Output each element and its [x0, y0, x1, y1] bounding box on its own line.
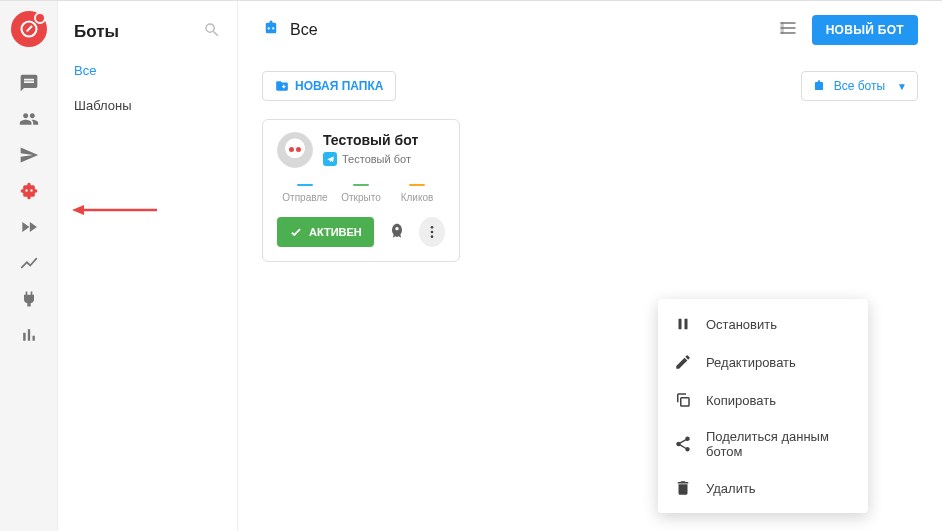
stat-opened: Открыто	[333, 184, 389, 203]
sidebar-item-templates[interactable]: Шаблоны	[58, 88, 237, 123]
svg-point-5	[431, 235, 434, 238]
nav-bot-icon[interactable]	[0, 173, 58, 209]
sidebar: Боты Все Шаблоны	[58, 1, 238, 531]
menu-item-edit[interactable]: Редактировать	[658, 343, 868, 381]
robot-icon	[262, 19, 280, 41]
nav-fastforward-icon[interactable]	[0, 209, 58, 245]
nav-send-icon[interactable]	[0, 137, 58, 173]
menu-item-delete[interactable]: Удалить	[658, 469, 868, 507]
svg-rect-6	[681, 398, 689, 406]
svg-point-4	[431, 231, 434, 234]
bot-avatar	[277, 132, 313, 168]
nav-messages-icon[interactable]	[0, 65, 58, 101]
telegram-icon	[323, 152, 337, 166]
rocket-button[interactable]	[384, 217, 410, 247]
nav-plugin-icon[interactable]	[0, 281, 58, 317]
bot-card[interactable]: Тестовый бот Тестовый бот Отправле Откры…	[262, 119, 460, 262]
filter-dropdown[interactable]: Все боты ▼	[801, 71, 918, 101]
svg-point-3	[431, 226, 434, 229]
sidebar-title: Боты	[74, 22, 119, 42]
nav-people-icon[interactable]	[0, 101, 58, 137]
new-bot-button[interactable]: НОВЫЙ БОТ	[812, 15, 918, 45]
check-icon	[289, 225, 303, 239]
caret-down-icon: ▼	[897, 81, 907, 92]
page-title: Все	[290, 21, 318, 39]
rocket-icon	[387, 222, 407, 242]
menu-item-stop[interactable]: Остановить	[658, 305, 868, 343]
menu-item-share[interactable]: Поделиться данным ботом	[658, 419, 868, 469]
context-menu: Остановить Редактировать Копировать Поде…	[658, 299, 868, 513]
pause-icon	[674, 315, 692, 333]
edit-icon	[674, 353, 692, 371]
nav-rail	[0, 1, 58, 531]
active-status-button[interactable]: АКТИВЕН	[277, 217, 374, 247]
more-vert-icon	[424, 224, 440, 240]
list-view-icon[interactable]	[778, 18, 798, 42]
folder-plus-icon	[275, 79, 289, 93]
stat-clicks: Кликов	[389, 184, 445, 203]
new-folder-label: НОВАЯ ПАПКА	[295, 79, 383, 93]
bot-card-title: Тестовый бот	[323, 132, 418, 148]
share-icon	[674, 435, 692, 453]
menu-item-copy[interactable]: Копировать	[658, 381, 868, 419]
app-logo[interactable]	[11, 11, 47, 47]
sidebar-item-all[interactable]: Все	[58, 53, 237, 88]
new-folder-button[interactable]: НОВАЯ ПАПКА	[262, 71, 396, 101]
main-content: Все НОВЫЙ БОТ НОВАЯ ПАПКА Все боты ▼	[238, 1, 942, 531]
nav-analytics-icon[interactable]	[0, 245, 58, 281]
bot-card-subtitle: Тестовый бот	[342, 153, 411, 165]
robot-icon	[812, 79, 826, 93]
more-button[interactable]	[419, 217, 445, 247]
trash-icon	[674, 479, 692, 497]
search-icon[interactable]	[203, 21, 221, 43]
stat-sent: Отправле	[277, 184, 333, 203]
copy-icon	[674, 391, 692, 409]
nav-stats-icon[interactable]	[0, 317, 58, 353]
filter-label: Все боты	[834, 79, 885, 93]
